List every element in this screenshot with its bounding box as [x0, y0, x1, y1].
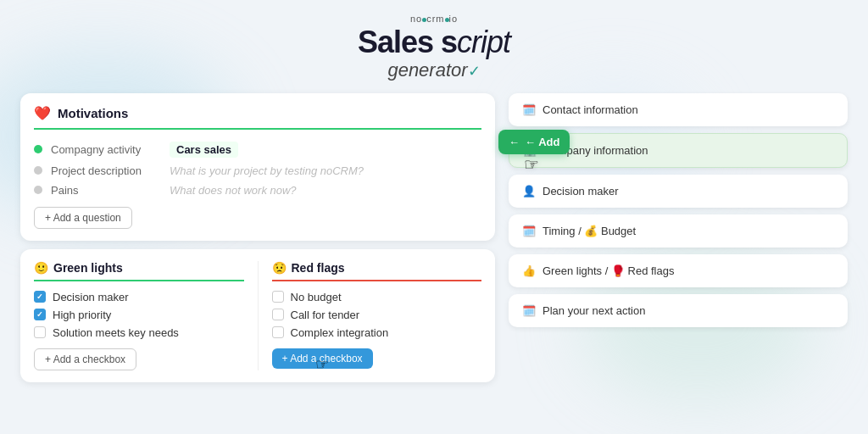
main-content: ❤️ Motivations Compagny activity Cars sa…: [20, 93, 848, 420]
checkbox-no-budget[interactable]: [272, 291, 284, 303]
decision-maker-icon: 👤: [522, 185, 536, 198]
add-question-label: + Add a question: [45, 212, 121, 224]
motivations-card: ❤️ Motivations Compagny activity Cars sa…: [20, 93, 495, 241]
red-item-2: Call for tender: [272, 306, 482, 324]
motivation-row-1: Compagny activity Cars sales: [34, 138, 481, 161]
motivations-icon: ❤️: [34, 105, 51, 121]
motivation-label-3: Pains: [51, 184, 161, 197]
green-lights-header: 🙂 Green lights: [34, 261, 244, 281]
red-label-2: Call for tender: [291, 309, 360, 321]
green-lights-section: 🙂 Green lights Decision maker High prior…: [34, 261, 244, 370]
add-question-button[interactable]: + Add a question: [34, 207, 132, 229]
red-flags-section: 😟 Red flags No budget Call for tender Co…: [258, 261, 482, 370]
dot-inactive-1: [34, 166, 42, 175]
motivations-title: Motivations: [58, 106, 128, 120]
green-lights-title: Green lights: [53, 261, 123, 275]
section-next-action[interactable]: 🗓️ Plan your next action: [509, 294, 848, 327]
right-panel: ← ← Add ☞ 🗓️ Contact information 🏢 Compa…: [509, 93, 848, 420]
red-flags-icon: 😟: [272, 261, 287, 275]
cursor-icon-1: ☞: [524, 154, 539, 175]
motivations-header: ❤️ Motivations: [34, 105, 481, 130]
cursor-icon-2: ☞: [315, 355, 329, 374]
timing-icon: 🗓️: [522, 225, 536, 237]
flags-card: 🙂 Green lights Decision maker High prior…: [20, 249, 495, 382]
motivation-label-2: Project description: [51, 164, 161, 177]
motivation-placeholder-3: What does not work now?: [170, 184, 297, 197]
contact-info-icon: 🗓️: [522, 103, 536, 116]
motivation-row-2: Project description What is your project…: [34, 161, 481, 181]
green-label-2: High priority: [53, 309, 111, 321]
header: nocrmio Sales script generator✓: [20, 14, 848, 81]
red-item-3: Complex integration: [272, 324, 482, 342]
next-action-icon: 🗓️: [522, 304, 536, 317]
add-button-overlay[interactable]: ← ← Add: [498, 130, 570, 154]
add-green-checkbox-button[interactable]: + Add a checkbox: [34, 348, 136, 370]
green-red-icon: 👍: [522, 264, 536, 277]
left-panel: ❤️ Motivations Compagny activity Cars sa…: [20, 93, 495, 420]
timing-budget-label: Timing / 💰 Budget: [542, 225, 636, 237]
subtitle: generator✓: [387, 59, 480, 81]
motivation-value-1: Cars sales: [170, 142, 238, 158]
add-arrow-icon: ←: [509, 136, 520, 148]
green-label-1: Decision maker: [53, 291, 129, 303]
checkbox-decision-maker[interactable]: [34, 291, 46, 303]
motivation-row-3: Pains What does not work now?: [34, 181, 481, 200]
contact-info-label: Contact information: [542, 103, 638, 116]
checkbox-high-priority[interactable]: [34, 309, 46, 320]
main-title: Sales script: [20, 25, 848, 59]
checkbox-solution[interactable]: [34, 326, 46, 338]
green-item-3: Solution meets key needs: [34, 324, 244, 342]
nocrm-logo: nocrmio: [20, 14, 848, 24]
dot-active: [34, 145, 42, 153]
green-red-label: Green lights / 🥊 Red flags: [542, 264, 674, 277]
red-flags-header: 😟 Red flags: [272, 261, 482, 281]
green-lights-icon: 🙂: [34, 261, 48, 275]
red-flags-title: Red flags: [292, 261, 345, 275]
section-timing-budget[interactable]: 🗓️ Timing / 💰 Budget: [509, 214, 848, 248]
motivation-label-1: Compagny activity: [51, 143, 161, 156]
green-item-2: High priority: [34, 306, 244, 324]
green-label-3: Solution meets key needs: [53, 326, 179, 339]
section-contact-info[interactable]: 🗓️ Contact information: [509, 93, 848, 126]
add-green-label: + Add a checkbox: [45, 353, 125, 365]
decision-maker-label: Decision maker: [542, 185, 619, 198]
red-item-1: No budget: [272, 288, 482, 306]
checkbox-complex-integration[interactable]: [272, 326, 284, 338]
section-decision-maker[interactable]: 👤 Decision maker: [509, 175, 848, 208]
next-action-label: Plan your next action: [542, 304, 645, 317]
section-green-red[interactable]: 👍 Green lights / 🥊 Red flags: [509, 254, 848, 287]
checkbox-call-tender[interactable]: [272, 309, 284, 320]
dot-inactive-2: [34, 186, 42, 194]
add-button-label: ← Add: [525, 136, 559, 148]
page-wrapper: nocrmio Sales script generator✓ ❤️ Motiv…: [0, 0, 868, 434]
red-label-3: Complex integration: [291, 326, 389, 339]
motivation-placeholder-2: What is your project by testing noCRM?: [170, 164, 364, 177]
red-label-1: No budget: [291, 291, 342, 303]
green-item-1: Decision maker: [34, 288, 244, 306]
